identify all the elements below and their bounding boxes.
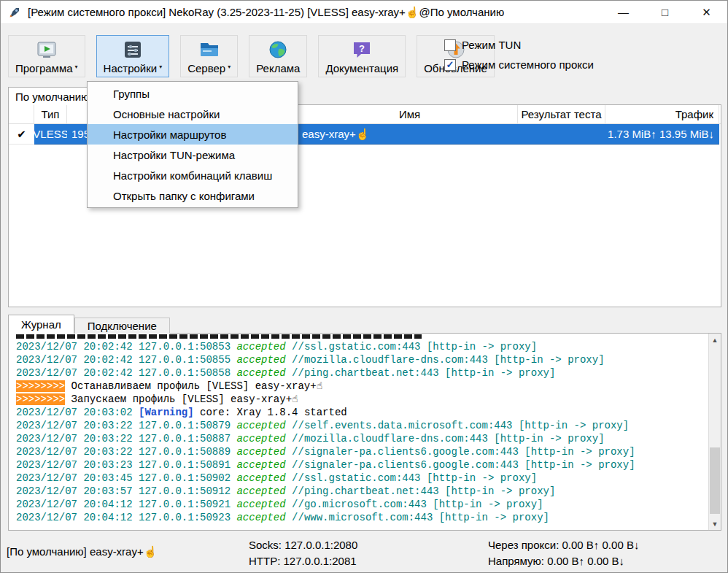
log-clipped-line xyxy=(16,334,422,339)
checkbox-icon xyxy=(444,39,456,51)
maximize-button[interactable]: □ xyxy=(644,1,686,23)
settings-icon xyxy=(122,39,144,61)
log-line: 2023/12/07 20:03:22 127.0.0.1:50889 acce… xyxy=(16,445,705,458)
column-header-type[interactable]: Тип xyxy=(34,105,67,123)
scroll-down-icon[interactable]: ▼ xyxy=(709,518,721,530)
tun-mode-checkbox[interactable]: Режим TUN xyxy=(444,39,594,51)
dropdown-arrow-icon: ▾ xyxy=(228,61,231,74)
log-line: 2023/12/07 20:02:42 127.0.0.1:50853 acce… xyxy=(16,340,705,353)
program-icon xyxy=(36,39,58,61)
svg-text:?: ? xyxy=(359,43,365,54)
tab-log[interactable]: Журнал xyxy=(8,315,74,334)
log-scrollbar[interactable]: ▲ ▼ xyxy=(708,334,721,530)
column-header-name[interactable]: Имя xyxy=(298,105,518,123)
menu-item[interactable]: Настройки TUN-режима xyxy=(88,145,298,165)
tab-connection[interactable]: Подключение xyxy=(74,318,170,334)
log-content[interactable]: 2023/12/07 20:02:42 127.0.0.1:50853 acce… xyxy=(9,334,708,530)
settings-button-label: Настройки xyxy=(104,62,158,74)
server-active-check-icon: ✔ xyxy=(9,124,34,145)
program-button-label: Программа xyxy=(15,62,73,74)
log-line: 2023/12/07 20:03:45 127.0.0.1:50902 acce… xyxy=(16,472,705,485)
program-button[interactable]: Программа▾ xyxy=(8,35,85,77)
log-line: 2023/12/07 20:02:42 127.0.0.1:50855 acce… xyxy=(16,353,705,366)
globe-icon xyxy=(267,39,289,61)
log-panel: 2023/12/07 20:02:42 127.0.0.1:50853 acce… xyxy=(8,333,721,531)
scrollbar-thumb[interactable] xyxy=(710,447,720,514)
settings-button[interactable]: Настройки▾ xyxy=(96,35,170,77)
ads-button[interactable]: Реклама xyxy=(249,35,307,77)
ads-button-label: Реклама xyxy=(256,62,300,74)
server-button-label: Сервер xyxy=(187,62,225,74)
tab-default-group-label: По умолчанию xyxy=(15,91,89,103)
scroll-up-icon[interactable]: ▲ xyxy=(709,334,721,346)
column-header-test-result[interactable]: Результат теста xyxy=(518,105,605,123)
server-row-test-result xyxy=(518,124,605,145)
app-window: [Режим системного прокси] NekoRay (3.25-… xyxy=(0,0,728,573)
server-button[interactable]: Сервер▾ xyxy=(180,35,238,77)
log-line: 2023/12/07 20:03:23 127.0.0.1:50891 acce… xyxy=(16,458,705,472)
system-proxy-label: Режим системного прокси xyxy=(462,58,594,71)
window-controls: — □ ✕ xyxy=(603,1,727,23)
status-via-proxy: Через прокси: 0.00 B↑ 0.00 B↓ xyxy=(488,537,639,553)
toolbar-checkboxes: Режим TUN ✓ Режим системного прокси xyxy=(444,39,594,71)
log-line: 2023/12/07 20:03:22 127.0.0.1:50887 acce… xyxy=(16,432,705,445)
log-line: 2023/12/07 20:03:02 [Warning] core: Xray… xyxy=(16,406,705,419)
column-header-check[interactable] xyxy=(9,105,34,123)
column-header-traffic[interactable]: Трафик xyxy=(605,105,719,123)
log-lines: 2023/12/07 20:02:42 127.0.0.1:50853 acce… xyxy=(16,340,705,524)
help-bubble-icon: ? xyxy=(351,39,373,61)
settings-menu: ГруппыОсновные настройкиНастройки маршру… xyxy=(87,81,298,208)
minimize-button[interactable]: — xyxy=(603,1,644,23)
status-http: HTTP: 127.0.0.1:2081 xyxy=(249,553,357,569)
window-title: [Режим системного прокси] NekoRay (3.25-… xyxy=(28,6,504,19)
server-row-type: VLESS xyxy=(34,124,67,145)
tab-default-group[interactable]: По умолчанию xyxy=(8,87,90,105)
status-traffic-counters: Через прокси: 0.00 B↑ 0.00 B↓ Напрямую: … xyxy=(488,537,639,569)
documentation-button[interactable]: ? Документация xyxy=(318,35,406,77)
toolbar: Программа▾ Настройки▾ Сервер▾ Реклама xyxy=(1,24,727,82)
menu-item[interactable]: Группы xyxy=(88,83,298,104)
menu-item[interactable]: Открыть папку с конфигами xyxy=(88,185,298,206)
log-line: >>>>>>>> Запускаем профиль [VLESS] easy-… xyxy=(16,393,705,406)
status-direct: Напрямую: 0.00 B↑ 0.00 B↓ xyxy=(488,553,639,569)
server-row-name: easy-xray+☝ xyxy=(298,124,518,145)
log-line: 2023/12/07 20:04:12 127.0.0.1:50921 acce… xyxy=(16,498,705,511)
close-button[interactable]: ✕ xyxy=(686,1,727,23)
log-line: 2023/12/07 20:04:12 127.0.0.1:50923 acce… xyxy=(16,511,705,524)
dropdown-arrow-icon: ▾ xyxy=(159,61,162,74)
system-proxy-checkbox[interactable]: ✓ Режим системного прокси xyxy=(444,58,594,71)
toolbar-buttons: Программа▾ Настройки▾ Сервер▾ Реклама xyxy=(8,35,495,77)
checkbox-icon: ✓ xyxy=(444,59,456,71)
bottom-tabs: Журнал Подключение xyxy=(8,315,170,334)
menu-item[interactable]: Настройки маршрутов xyxy=(88,124,298,145)
log-line: >>>>>>>> Останавливаем профиль [VLESS] e… xyxy=(16,380,705,393)
statusbar: [По умолчанию] easy-xray+☝ Socks: 127.0.… xyxy=(1,534,727,572)
log-line: 2023/12/07 20:03:57 127.0.0.1:50912 acce… xyxy=(16,485,705,498)
menu-item[interactable]: Основные настройки xyxy=(88,104,298,124)
titlebar: [Режим системного прокси] NekoRay (3.25-… xyxy=(1,1,727,24)
server-row-traffic: 1.73 MiB↑ 13.95 MiB↓ xyxy=(605,124,719,145)
menu-item[interactable]: Настройки комбинаций клавиш xyxy=(88,165,298,185)
status-active-profile: [По умолчанию] easy-xray+☝ xyxy=(7,545,157,558)
app-icon xyxy=(7,5,22,20)
status-listen-addresses: Socks: 127.0.0.1:2080 HTTP: 127.0.0.1:20… xyxy=(249,537,357,569)
tun-mode-label: Режим TUN xyxy=(462,39,521,51)
server-icon xyxy=(198,39,220,61)
log-line: 2023/12/07 20:03:22 127.0.0.1:50879 acce… xyxy=(16,419,705,432)
log-line: 2023/12/07 20:02:42 127.0.0.1:50858 acce… xyxy=(16,366,705,380)
dropdown-arrow-icon: ▾ xyxy=(75,61,78,74)
status-socks: Socks: 127.0.0.1:2080 xyxy=(249,537,357,553)
documentation-button-label: Документация xyxy=(325,62,398,74)
